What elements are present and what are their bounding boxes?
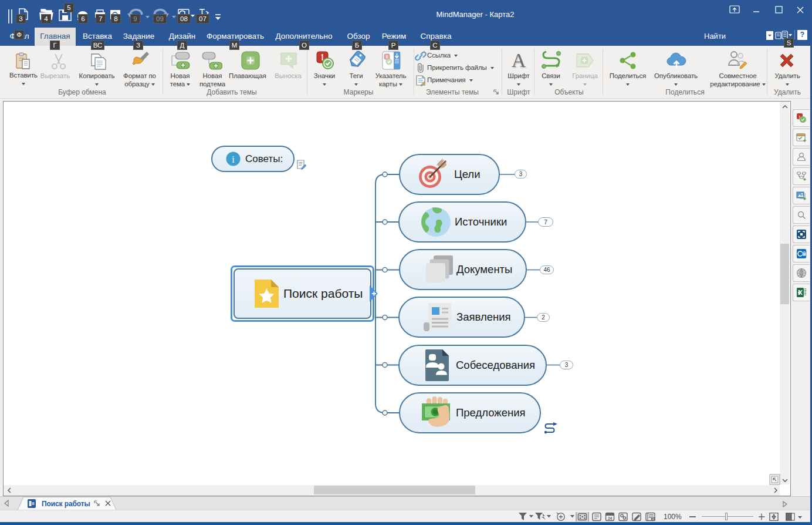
svg-text:i: i bbox=[232, 154, 235, 164]
svg-text:24: 24 bbox=[608, 516, 613, 520]
